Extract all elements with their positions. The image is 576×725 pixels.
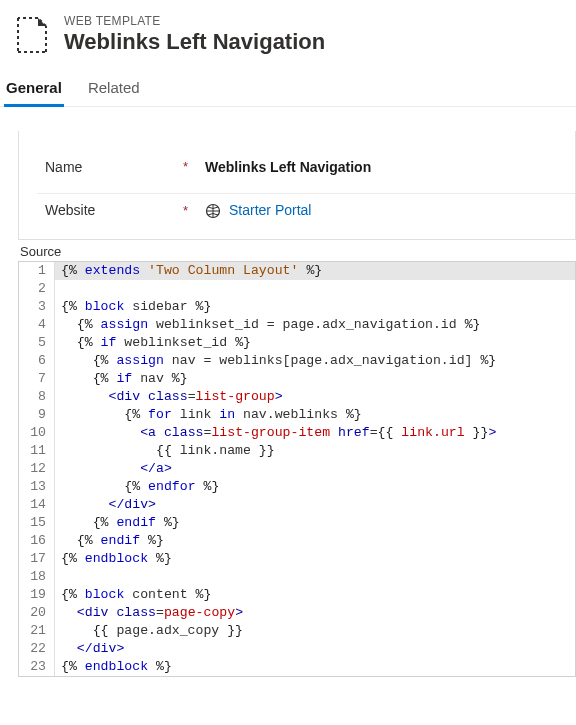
- required-mark: *: [183, 203, 195, 218]
- source-label: Source: [18, 240, 576, 261]
- page-header: WEB TEMPLATE Weblinks Left Navigation: [0, 0, 576, 67]
- line-number: 10: [19, 424, 55, 442]
- code-line[interactable]: 21 {{ page.adx_copy }}: [19, 622, 575, 640]
- line-number: 9: [19, 406, 55, 424]
- code-line[interactable]: 19{% block content %}: [19, 586, 575, 604]
- field-website-label: Website: [45, 202, 173, 218]
- field-name-value[interactable]: Weblinks Left Navigation: [205, 159, 575, 175]
- code-line[interactable]: 11 {{ link.name }}: [19, 442, 575, 460]
- line-number: 3: [19, 298, 55, 316]
- template-icon: [14, 14, 50, 56]
- line-number: 4: [19, 316, 55, 334]
- line-number: 15: [19, 514, 55, 532]
- code-line[interactable]: 20 <div class=page-copy>: [19, 604, 575, 622]
- line-number: 6: [19, 352, 55, 370]
- code-content[interactable]: [55, 568, 575, 586]
- line-number: 12: [19, 460, 55, 478]
- code-content[interactable]: {% extends 'Two Column Layout' %}: [55, 262, 575, 280]
- code-line[interactable]: 7 {% if nav %}: [19, 370, 575, 388]
- code-content[interactable]: </div>: [55, 640, 575, 658]
- code-editor[interactable]: 1{% extends 'Two Column Layout' %}2 3{% …: [18, 261, 576, 677]
- line-number: 8: [19, 388, 55, 406]
- code-line[interactable]: 4 {% assign weblinkset_id = page.adx_nav…: [19, 316, 575, 334]
- line-number: 11: [19, 442, 55, 460]
- code-line[interactable]: 10 <a class=list-group-item href={{ link…: [19, 424, 575, 442]
- code-line[interactable]: 3{% block sidebar %}: [19, 298, 575, 316]
- form-panel: Name * Weblinks Left Navigation Website …: [18, 131, 576, 240]
- breadcrumb: WEB TEMPLATE: [64, 14, 325, 28]
- field-name-label: Name: [45, 159, 173, 175]
- tab-bar: General Related: [0, 67, 576, 107]
- code-line[interactable]: 5 {% if weblinkset_id %}: [19, 334, 575, 352]
- line-number: 14: [19, 496, 55, 514]
- code-content[interactable]: {% endif %}: [55, 514, 575, 532]
- code-line[interactable]: 15 {% endif %}: [19, 514, 575, 532]
- code-line[interactable]: 22 </div>: [19, 640, 575, 658]
- code-line[interactable]: 13 {% endfor %}: [19, 478, 575, 496]
- code-content[interactable]: {% block content %}: [55, 586, 575, 604]
- code-line[interactable]: 8 <div class=list-group>: [19, 388, 575, 406]
- line-number: 20: [19, 604, 55, 622]
- line-number: 7: [19, 370, 55, 388]
- code-content[interactable]: <div class=page-copy>: [55, 604, 575, 622]
- field-website-value[interactable]: Starter Portal: [205, 202, 575, 219]
- field-website-row: Website * Starter Portal: [37, 194, 575, 229]
- code-line[interactable]: 14 </div>: [19, 496, 575, 514]
- line-number: 1: [19, 262, 55, 280]
- globe-icon: [205, 202, 221, 219]
- code-content[interactable]: </div>: [55, 496, 575, 514]
- code-content[interactable]: {% for link in nav.weblinks %}: [55, 406, 575, 424]
- code-line[interactable]: 12 </a>: [19, 460, 575, 478]
- code-content[interactable]: {% endfor %}: [55, 478, 575, 496]
- line-number: 13: [19, 478, 55, 496]
- code-content[interactable]: <div class=list-group>: [55, 388, 575, 406]
- code-line[interactable]: 6 {% assign nav = weblinks[page.adx_navi…: [19, 352, 575, 370]
- line-number: 19: [19, 586, 55, 604]
- code-content[interactable]: {% endblock %}: [55, 550, 575, 568]
- code-line[interactable]: 9 {% for link in nav.weblinks %}: [19, 406, 575, 424]
- code-content[interactable]: <a class=list-group-item href={{ link.ur…: [55, 424, 575, 442]
- code-line[interactable]: 18: [19, 568, 575, 586]
- code-line[interactable]: 23{% endblock %}: [19, 658, 575, 676]
- line-number: 18: [19, 568, 55, 586]
- code-content[interactable]: {% endblock %}: [55, 658, 575, 676]
- line-number: 2: [19, 280, 55, 298]
- code-content[interactable]: {% if weblinkset_id %}: [55, 334, 575, 352]
- required-mark: *: [183, 159, 195, 174]
- code-line[interactable]: 2: [19, 280, 575, 298]
- code-content[interactable]: {{ link.name }}: [55, 442, 575, 460]
- code-content[interactable]: {% endif %}: [55, 532, 575, 550]
- code-line[interactable]: 17{% endblock %}: [19, 550, 575, 568]
- code-line[interactable]: 16 {% endif %}: [19, 532, 575, 550]
- code-content[interactable]: {% if nav %}: [55, 370, 575, 388]
- website-link-text: Starter Portal: [229, 202, 311, 218]
- code-content[interactable]: {{ page.adx_copy }}: [55, 622, 575, 640]
- line-number: 23: [19, 658, 55, 676]
- line-number: 17: [19, 550, 55, 568]
- line-number: 16: [19, 532, 55, 550]
- code-line[interactable]: 1{% extends 'Two Column Layout' %}: [19, 262, 575, 280]
- tab-general[interactable]: General: [4, 79, 64, 107]
- line-number: 22: [19, 640, 55, 658]
- code-content[interactable]: [55, 280, 575, 298]
- line-number: 21: [19, 622, 55, 640]
- code-content[interactable]: {% assign nav = weblinks[page.adx_naviga…: [55, 352, 575, 370]
- source-section: Source 1{% extends 'Two Column Layout' %…: [0, 240, 576, 677]
- page-title: Weblinks Left Navigation: [64, 28, 325, 57]
- tab-related[interactable]: Related: [86, 79, 142, 107]
- line-number: 5: [19, 334, 55, 352]
- code-content[interactable]: {% assign weblinkset_id = page.adx_navig…: [55, 316, 575, 334]
- field-name-row: Name * Weblinks Left Navigation: [37, 151, 575, 194]
- code-content[interactable]: </a>: [55, 460, 575, 478]
- code-content[interactable]: {% block sidebar %}: [55, 298, 575, 316]
